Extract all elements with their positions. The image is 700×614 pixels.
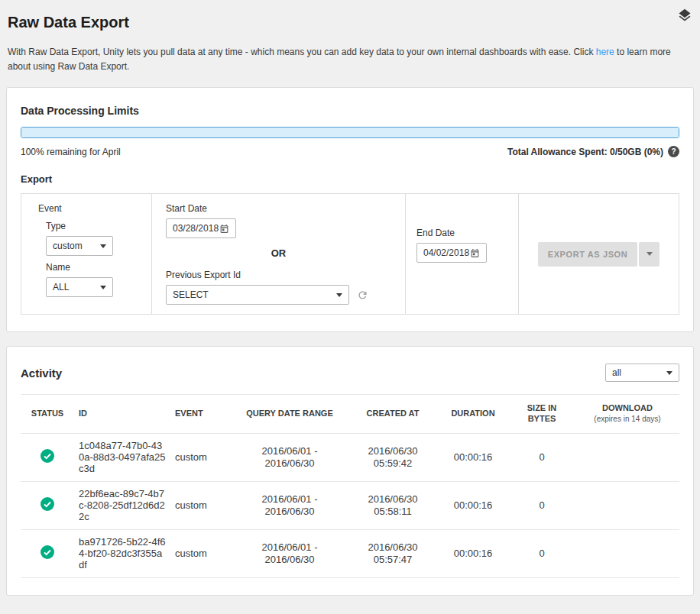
layers-icon[interactable] xyxy=(677,8,692,26)
download-cell xyxy=(575,433,679,481)
duration-cell: 00:00:16 xyxy=(438,433,508,481)
or-label: OR xyxy=(166,247,391,259)
activity-card: Activity all STATUS ID EVENT QUERY DATE … xyxy=(6,346,694,595)
chevron-down-icon xyxy=(336,293,342,297)
table-header-row: STATUS ID EVENT QUERY DATE RANGE CREATED… xyxy=(21,395,679,434)
previous-export-id-select[interactable]: SELECT xyxy=(166,285,349,305)
event-cell: custom xyxy=(170,481,232,529)
column-header-event: EVENT xyxy=(170,395,232,434)
event-type-value: custom xyxy=(53,241,83,251)
chevron-down-icon xyxy=(100,286,106,289)
allowance-label: Total Allowance Spent: 0/50GB (0%) ? xyxy=(507,146,679,157)
size-cell: 0 xyxy=(508,433,575,481)
export-heading: Export xyxy=(21,173,679,185)
status-cell xyxy=(21,529,74,577)
column-header-range: QUERY DATE RANGE xyxy=(232,395,348,434)
column-header-download: DOWNLOAD (expires in 14 days) xyxy=(575,395,679,434)
start-date-input[interactable]: 03/28/2018 xyxy=(166,218,236,238)
name-label: Name xyxy=(46,262,138,273)
event-cell: custom xyxy=(170,433,232,481)
export-id: ba971726-5b22-4f64-bf20-82dc3f355adf xyxy=(79,536,166,571)
check-circle-icon xyxy=(41,545,54,559)
previous-export-id-label: Previous Export Id xyxy=(166,270,391,280)
calendar-icon[interactable] xyxy=(470,248,480,258)
download-header-text: DOWNLOAD xyxy=(580,403,675,414)
download-cell xyxy=(575,529,679,577)
range-cell: 2016/06/01 - 2016/06/30 xyxy=(232,529,348,577)
dates-column: Start Date 03/28/2018 OR Previous Export… xyxy=(151,194,405,314)
learn-more-link[interactable]: here xyxy=(596,47,614,57)
description-text-before: With Raw Data Export, Unity lets you pul… xyxy=(8,47,596,57)
column-header-id: ID xyxy=(74,395,170,434)
type-label: Type xyxy=(46,221,138,231)
activity-filter-select[interactable]: all xyxy=(605,364,679,382)
calendar-icon[interactable] xyxy=(219,224,229,234)
previous-export-id-value: SELECT xyxy=(173,289,209,300)
export-options-toggle[interactable] xyxy=(639,242,659,267)
end-date-value: 04/02/2018 xyxy=(423,247,469,258)
export-id: 1c048a77-47b0-430a-88d3-0497afa25c3d xyxy=(79,440,166,475)
created-cell: 2016/06/30 05:58:11 xyxy=(348,481,438,529)
chevron-down-icon xyxy=(100,244,106,248)
activity-filter-value: all xyxy=(612,367,621,378)
progress-fill xyxy=(21,128,679,137)
column-header-created: CREATED AT xyxy=(348,395,438,434)
event-name-select[interactable]: ALL xyxy=(46,277,113,297)
start-date-value: 03/28/2018 xyxy=(173,223,219,234)
limits-heading: Data Processing Limits xyxy=(21,105,679,117)
end-date-column: End Date 04/02/2018 xyxy=(405,194,518,314)
table-row: 22bf6eac-89c7-4b7c-8208-25df12d6d22c cus… xyxy=(21,481,679,529)
raw-data-export-page: Raw Data Export With Raw Data Export, Un… xyxy=(0,0,700,614)
event-cell: custom xyxy=(170,529,232,577)
column-header-duration: DURATION xyxy=(438,395,508,434)
chevron-down-icon xyxy=(666,371,672,375)
action-column: EXPORT AS JSON xyxy=(518,194,679,314)
chevron-down-icon xyxy=(647,252,653,256)
export-form: Event Type custom Name ALL xyxy=(21,193,679,315)
event-type-select[interactable]: custom xyxy=(46,236,113,256)
page-header: Raw Data Export With Raw Data Export, Un… xyxy=(6,6,694,73)
column-header-size: SIZE IN BYTES xyxy=(508,395,575,434)
start-date-label: Start Date xyxy=(166,203,391,214)
id-cell: 22bf6eac-89c7-4b7c-8208-25df12d6d22c xyxy=(74,481,170,529)
status-cell xyxy=(21,433,74,481)
status-cell xyxy=(21,481,74,529)
event-group-label: Event xyxy=(38,203,138,214)
refresh-icon[interactable] xyxy=(357,289,368,301)
page-title: Raw Data Export xyxy=(8,14,692,31)
event-column: Event Type custom Name ALL xyxy=(21,194,151,314)
table-row: 1c048a77-47b0-430a-88d3-0497afa25c3d cus… xyxy=(21,433,679,481)
download-expiry-note: (expires in 14 days) xyxy=(580,415,675,425)
duration-cell: 00:00:16 xyxy=(438,481,508,529)
duration-cell: 00:00:16 xyxy=(438,529,508,577)
limits-export-card: Data Processing Limits 100% remaining fo… xyxy=(6,87,694,332)
export-as-json-button[interactable]: EXPORT AS JSON xyxy=(538,242,638,267)
allowance-text: Total Allowance Spent: 0/50GB (0%) xyxy=(507,147,663,157)
activity-header: Activity all xyxy=(21,364,679,382)
range-cell: 2016/06/01 - 2016/06/30 xyxy=(232,481,348,529)
check-circle-icon xyxy=(41,497,54,511)
remaining-label: 100% remaining for April xyxy=(21,147,121,157)
check-circle-icon xyxy=(41,449,54,463)
size-cell: 0 xyxy=(508,481,575,529)
size-cell: 0 xyxy=(508,529,575,577)
created-cell: 2016/06/30 05:59:42 xyxy=(348,433,438,481)
limits-summary-row: 100% remaining for April Total Allowance… xyxy=(21,146,679,157)
usage-progress-bar xyxy=(21,127,679,138)
id-cell: 1c048a77-47b0-430a-88d3-0497afa25c3d xyxy=(74,433,170,481)
column-header-status: STATUS xyxy=(21,395,74,434)
activity-heading: Activity xyxy=(21,367,62,380)
end-date-input[interactable]: 04/02/2018 xyxy=(416,243,487,263)
end-date-label: End Date xyxy=(416,228,504,238)
table-row: ba971726-5b22-4f64-bf20-82dc3f355adf cus… xyxy=(21,529,679,577)
event-name-value: ALL xyxy=(53,282,69,292)
help-icon[interactable]: ? xyxy=(668,146,679,157)
download-cell xyxy=(575,481,679,529)
id-cell: ba971726-5b22-4f64-bf20-82dc3f355adf xyxy=(74,529,170,577)
export-id: 22bf6eac-89c7-4b7c-8208-25df12d6d22c xyxy=(79,488,165,523)
activity-table: STATUS ID EVENT QUERY DATE RANGE CREATED… xyxy=(21,394,679,577)
range-cell: 2016/06/01 - 2016/06/30 xyxy=(232,433,348,481)
page-description: With Raw Data Export, Unity lets you pul… xyxy=(8,45,685,73)
created-cell: 2016/06/30 05:57:47 xyxy=(348,529,438,577)
